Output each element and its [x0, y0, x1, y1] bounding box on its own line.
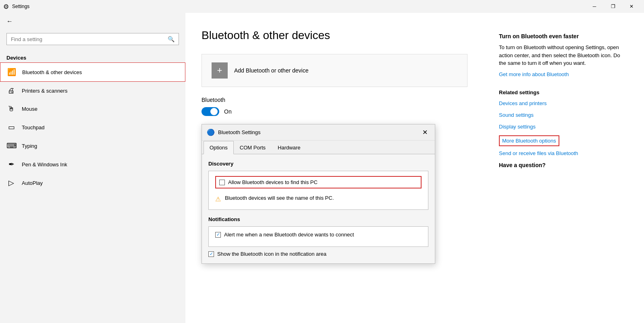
sidebar: ← 🔍 Devices 📶 Bluetooth & other devices … [0, 13, 185, 323]
bluetooth-section: Bluetooth On [202, 97, 483, 116]
sidebar-item-label-mouse: Mouse [22, 106, 37, 112]
search-box[interactable]: 🔍 [6, 33, 179, 45]
printers-icon: 🖨 [6, 87, 16, 95]
sound-settings-link[interactable]: Sound settings [499, 112, 628, 118]
autoplay-icon: ▷ [6, 178, 16, 187]
dialog-tabs: Options COM Ports Hardware [202, 141, 435, 154]
sidebar-item-label-pen: Pen & Windows Ink [22, 162, 67, 168]
bluetooth-icon: 📶 [7, 68, 17, 77]
allow-find-checkbox[interactable] [219, 180, 225, 185]
faster-title: Turn on Bluetooth even faster [499, 33, 628, 39]
typing-icon: ⌨ [6, 141, 16, 150]
sidebar-section-title: Devices [0, 52, 185, 62]
notifications-section: Notifications ✓ Alert me when a new Blue… [208, 216, 428, 247]
main-content: Bluetooth & other devices + Add Bluetoot… [185, 13, 644, 323]
back-icon: ← [6, 18, 13, 25]
touchpad-icon: ▭ [6, 123, 16, 132]
toggle-knob [210, 108, 218, 115]
toggle-text: On [224, 108, 232, 115]
warning-text: Bluetooth devices will see the name of t… [225, 195, 334, 201]
alert-label: Alert me when a new Bluetooth device wan… [224, 232, 354, 238]
dialog-content: Discovery Allow Bluetooth devices to fin… [202, 154, 435, 263]
main-left: Bluetooth & other devices + Add Bluetoot… [202, 29, 483, 307]
sidebar-item-mouse[interactable]: 🖱 Mouse [0, 100, 185, 118]
page-title: Bluetooth & other devices [202, 29, 483, 42]
send-receive-link[interactable]: Send or receive files via Bluetooth [499, 150, 628, 156]
toggle-row: On [202, 107, 483, 116]
title-bar: ⚙ Settings ─ ❐ ✕ [0, 0, 644, 13]
faster-desc: To turn on Bluetooth without opening Set… [499, 43, 628, 67]
bluetooth-settings-dialog: 🔵 Bluetooth Settings ✕ Options COM Ports… [202, 124, 435, 264]
sidebar-item-label-touchpad: Touchpad [22, 124, 44, 130]
add-device-button[interactable]: + Add Bluetooth or other device [202, 54, 467, 87]
sidebar-item-autoplay[interactable]: ▷ AutoPlay [0, 174, 185, 192]
notifications-box: ✓ Alert me when a new Bluetooth device w… [208, 226, 428, 247]
warning-icon: ⚠ [215, 195, 221, 203]
alert-checkbox[interactable]: ✓ [215, 232, 221, 238]
sidebar-item-printers[interactable]: 🖨 Printers & scanners [0, 82, 185, 100]
more-bluetooth-options-link[interactable]: More Bluetooth options [499, 135, 559, 146]
restore-button[interactable]: ❐ [604, 0, 622, 13]
dialog-title: 🔵 Bluetooth Settings [207, 128, 261, 136]
discovery-box: Allow Bluetooth devices to find this PC … [208, 171, 428, 210]
bluetooth-label: Bluetooth [202, 97, 483, 103]
minimize-button[interactable]: ─ [585, 0, 604, 13]
related-settings-section: Related settings Devices and printers So… [499, 89, 628, 156]
show-icon-checkbox[interactable]: ✓ [208, 251, 214, 257]
sidebar-item-label-bluetooth: Bluetooth & other devices [22, 69, 82, 75]
pen-icon: ✒ [6, 160, 16, 169]
alert-row: ✓ Alert me when a new Bluetooth device w… [215, 232, 422, 238]
display-settings-link[interactable]: Display settings [499, 124, 628, 130]
related-settings-title: Related settings [499, 89, 628, 95]
sidebar-item-pen[interactable]: ✒ Pen & Windows Ink [0, 155, 185, 174]
search-input[interactable] [11, 36, 168, 42]
discovery-section-title: Discovery [208, 161, 428, 167]
settings-icon: ⚙ [3, 3, 9, 10]
tab-hardware[interactable]: Hardware [272, 141, 306, 154]
sidebar-item-label-typing: Typing [22, 143, 37, 149]
notifications-title: Notifications [208, 216, 428, 222]
right-panel: Turn on Bluetooth even faster To turn on… [499, 29, 628, 307]
devices-printers-link[interactable]: Devices and printers [499, 100, 628, 106]
sidebar-item-label-printers: Printers & scanners [22, 88, 67, 94]
app-body: ← 🔍 Devices 📶 Bluetooth & other devices … [0, 13, 644, 323]
get-more-info-link[interactable]: Get more info about Bluetooth [499, 71, 628, 77]
allow-find-row: Allow Bluetooth devices to find this PC [215, 176, 422, 188]
title-bar-title: Settings [12, 4, 29, 9]
tab-options[interactable]: Options [204, 141, 234, 154]
show-icon-row: ✓ Show the Bluetooth icon in the notific… [208, 251, 428, 257]
sidebar-item-bluetooth[interactable]: 📶 Bluetooth & other devices [0, 62, 185, 82]
dialog-title-bar: 🔵 Bluetooth Settings ✕ [202, 124, 435, 141]
dialog-title-text: Bluetooth Settings [218, 129, 261, 135]
dialog-bluetooth-icon: 🔵 [207, 128, 215, 136]
bluetooth-toggle[interactable] [202, 107, 219, 116]
dialog-close-button[interactable]: ✕ [420, 128, 430, 137]
sidebar-item-touchpad[interactable]: ▭ Touchpad [0, 118, 185, 137]
back-button[interactable]: ← [0, 13, 185, 30]
add-device-label: Add Bluetooth or other device [234, 67, 308, 74]
sidebar-item-label-autoplay: AutoPlay [22, 180, 43, 186]
mouse-icon: 🖱 [6, 105, 16, 113]
tab-com-ports[interactable]: COM Ports [234, 141, 272, 154]
warning-row: ⚠ Bluetooth devices will see the name of… [215, 193, 422, 205]
close-button[interactable]: ✕ [622, 0, 641, 13]
title-bar-left: ⚙ Settings [3, 3, 29, 10]
sidebar-item-typing[interactable]: ⌨ Typing [0, 137, 185, 155]
title-bar-controls: ─ ❐ ✕ [585, 0, 641, 13]
add-icon: + [212, 62, 228, 79]
show-icon-label: Show the Bluetooth icon in the notificat… [217, 251, 326, 257]
allow-find-label: Allow Bluetooth devices to find this PC [228, 179, 318, 185]
have-question: Have a question? [499, 162, 628, 168]
search-icon: 🔍 [168, 36, 175, 42]
